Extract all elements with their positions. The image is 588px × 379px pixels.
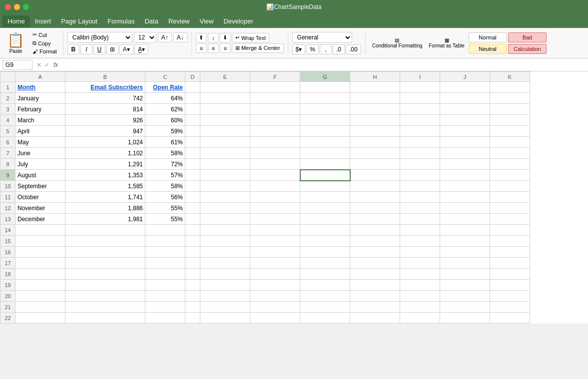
cell-c1[interactable]: Open Rate (145, 82, 185, 93)
cell-K3[interactable] (490, 104, 530, 115)
font-family-selector[interactable]: Calibri (Body) (67, 32, 132, 43)
cell-J19[interactable] (440, 280, 490, 291)
cell-H18[interactable] (350, 269, 400, 280)
cell-K19[interactable] (490, 280, 530, 291)
row-header-19[interactable]: 19 (0, 280, 15, 291)
cell-g13[interactable] (300, 214, 350, 225)
cell-I22[interactable] (400, 313, 440, 324)
align-left-button[interactable]: ≡ (196, 43, 207, 53)
cell-E9[interactable] (200, 170, 250, 181)
cell-I5[interactable] (400, 126, 440, 137)
row-header-17[interactable]: 17 (0, 258, 15, 269)
cell-E5[interactable] (200, 126, 250, 137)
cell-E2[interactable] (200, 93, 250, 104)
cell-E8[interactable] (200, 159, 250, 170)
cell-H19[interactable] (350, 280, 400, 291)
cell-c21[interactable] (145, 302, 185, 313)
cell-J15[interactable] (440, 236, 490, 247)
cell-b5[interactable]: 947 (65, 126, 145, 137)
cut-button[interactable]: ✂ Cut (30, 31, 59, 38)
cell-b17[interactable] (65, 258, 145, 269)
cell-H5[interactable] (350, 126, 400, 137)
cell-J4[interactable] (440, 115, 490, 126)
cell-E10[interactable] (200, 181, 250, 192)
cell-c6[interactable]: 61% (145, 137, 185, 148)
cell-g9[interactable] (300, 170, 350, 181)
cell-g10[interactable] (300, 181, 350, 192)
cell-H10[interactable] (350, 181, 400, 192)
cell-I2[interactable] (400, 93, 440, 104)
cell-a6[interactable]: May (15, 137, 65, 148)
font-shrink-button[interactable]: A↓ (173, 32, 187, 42)
cell-b15[interactable] (65, 236, 145, 247)
row-header-10[interactable]: 10 (0, 181, 15, 192)
cell-J16[interactable] (440, 247, 490, 258)
cell-H21[interactable] (350, 302, 400, 313)
row-header-4[interactable]: 4 (0, 115, 15, 126)
cell-b3[interactable]: 814 (65, 104, 145, 115)
cell-g12[interactable] (300, 203, 350, 214)
cell-F2[interactable] (250, 93, 300, 104)
cell-F12[interactable] (250, 203, 300, 214)
cell-c5[interactable]: 59% (145, 126, 185, 137)
cell-H12[interactable] (350, 203, 400, 214)
cell-a9[interactable]: August (15, 170, 65, 181)
row-header-20[interactable]: 20 (0, 291, 15, 302)
cell-c10[interactable]: 58% (145, 181, 185, 192)
cell-I13[interactable] (400, 214, 440, 225)
copy-button[interactable]: ⧉ Copy (30, 39, 59, 47)
cell-g19[interactable] (300, 280, 350, 291)
cell-K18[interactable] (490, 269, 530, 280)
row-header-16[interactable]: 16 (0, 247, 15, 258)
cell-H14[interactable] (350, 225, 400, 236)
cell-a1[interactable]: Month (15, 82, 65, 93)
cell-E18[interactable] (200, 269, 250, 280)
cell-F1[interactable] (250, 82, 300, 93)
cell-K21[interactable] (490, 302, 530, 313)
cell-d1[interactable] (185, 82, 200, 93)
format-button[interactable]: 🖌 Format (30, 48, 59, 55)
cell-b19[interactable] (65, 280, 145, 291)
cell-E20[interactable] (200, 291, 250, 302)
cell-b2[interactable]: 742 (65, 93, 145, 104)
cell-H13[interactable] (350, 214, 400, 225)
cell-F6[interactable] (250, 137, 300, 148)
font-size-selector[interactable]: 12 (134, 32, 156, 43)
cell-d20[interactable] (185, 291, 200, 302)
cell-d15[interactable] (185, 236, 200, 247)
row-header-13[interactable]: 13 (0, 214, 15, 225)
cell-g4[interactable] (300, 115, 350, 126)
percent-button[interactable]: % (306, 44, 319, 54)
row-header-1[interactable]: 1 (0, 82, 15, 93)
row-header-7[interactable]: 7 (0, 148, 15, 159)
cell-b16[interactable] (65, 247, 145, 258)
cell-a4[interactable]: March (15, 115, 65, 126)
cell-g8[interactable] (300, 159, 350, 170)
cell-a3[interactable]: February (15, 104, 65, 115)
cell-H7[interactable] (350, 148, 400, 159)
row-header-11[interactable]: 11 (0, 192, 15, 203)
cell-g17[interactable] (300, 258, 350, 269)
cell-g21[interactable] (300, 302, 350, 313)
cell-J2[interactable] (440, 93, 490, 104)
conditional-formatting-button[interactable]: ▤ Conditional Formatting (370, 31, 425, 55)
row-header-12[interactable]: 12 (0, 203, 15, 214)
cell-c4[interactable]: 60% (145, 115, 185, 126)
cell-F4[interactable] (250, 115, 300, 126)
style-normal[interactable]: Normal (469, 32, 507, 42)
align-bottom-button[interactable]: ⬇ (220, 33, 231, 42)
cell-E22[interactable] (200, 313, 250, 324)
cell-g22[interactable] (300, 313, 350, 324)
minimize-button[interactable] (14, 4, 20, 10)
cell-E3[interactable] (200, 104, 250, 115)
underline-button[interactable]: U (93, 44, 105, 54)
cell-a11[interactable]: October (15, 192, 65, 203)
cell-I3[interactable] (400, 104, 440, 115)
cell-H1[interactable] (350, 82, 400, 93)
cell-g7[interactable] (300, 148, 350, 159)
comma-button[interactable]: , (320, 44, 332, 54)
window-controls[interactable] (5, 4, 29, 10)
col-header-d[interactable]: D (185, 72, 200, 82)
cell-a21[interactable] (15, 302, 65, 313)
cell-F17[interactable] (250, 258, 300, 269)
